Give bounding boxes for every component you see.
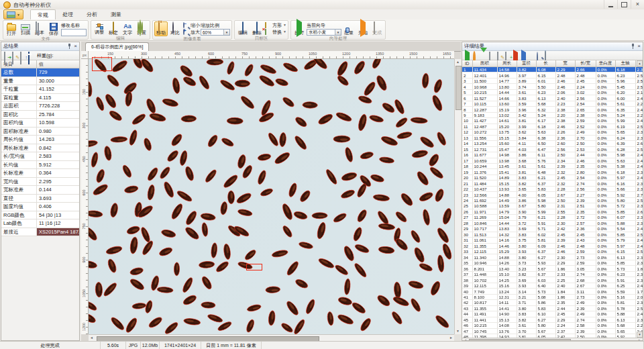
detail-row[interactable]: 1512.73115.474.036.472.562.530.0%6.282.5… [462, 146, 643, 152]
column-header[interactable]: 周长 [497, 60, 517, 67]
ribbon-tab[interactable]: 测量 [104, 9, 128, 19]
contrast-button[interactable]: 对比 [168, 21, 182, 36]
detail-row[interactable]: 212.40114.963.976.152.482.480.0%6.232.53… [462, 72, 643, 78]
stats-row[interactable]: 圆度均值0.406 [1, 203, 79, 211]
zoom-in-button[interactable]: 放大 [182, 29, 200, 35]
detail-row[interactable]: 812.28715.193.966.322.382.650.0%6.352.46… [462, 107, 643, 112]
maximize-button[interactable] [617, 0, 631, 9]
scan-button[interactable]: 扫描 [19, 21, 32, 36]
close-icon[interactable]: × [637, 44, 641, 49]
stats-row[interactable]: 长/宽均值2.583 [1, 152, 79, 161]
run-button[interactable]: 执行 [292, 21, 306, 36]
detail-row[interactable]: 4210.81714.113.715.862.352.490.0%5.812.3… [462, 300, 643, 305]
adjust-button[interactable]: 调整 [93, 21, 106, 36]
detail-row[interactable]: 1210.27213.753.625.632.262.490.0%5.652.3… [462, 130, 643, 135]
detail-row[interactable]: 3312.11515.293.936.372.462.590.0%6.152.5… [462, 249, 643, 254]
close-button[interactable]: × [631, 0, 644, 9]
detail-row[interactable]: 2711.26915.043.796.212.282.720.0%6.072.3… [462, 215, 643, 220]
detail-row[interactable]: 3912.11515.163.936.402.402.670.0%6.252.4… [462, 283, 643, 288]
detail-row[interactable]: 3711.44815.103.826.372.332.740.0%6.232.3… [462, 271, 643, 277]
detail-row[interactable]: 3011.51314.323.836.022.452.450.0%5.852.5… [462, 232, 643, 237]
save-result-icon[interactable]: ↑ [20, 52, 21, 64]
stats-row[interactable]: 重量30.000 [1, 77, 79, 86]
finish-button[interactable]: 完成 [370, 21, 384, 36]
report-icon[interactable] [28, 52, 30, 64]
app-menu-button[interactable]: ▼ [3, 9, 23, 19]
settings-button[interactable]: 设置 [135, 21, 148, 36]
detail-row[interactable]: 311.50014.773.896.012.462.450.0%5.962.54… [462, 78, 643, 83]
ribbon-tab[interactable]: 常规 [30, 9, 56, 19]
column-header[interactable]: 宽 [555, 60, 575, 67]
ribbon-tab[interactable]: 分析 [80, 9, 104, 19]
text-button[interactable]: Aa文字 [121, 21, 134, 36]
detail-row[interactable]: 2510.58813.593.675.802.312.510.0%5.722.3… [462, 203, 643, 209]
stats-row[interactable]: 宽标准差0.144 [1, 186, 79, 195]
stats-row[interactable]: 总面积7726.228 [1, 102, 79, 111]
detail-row[interactable]: 3810.70214.253.696.032.252.680.0%5.912.3… [462, 277, 643, 283]
stats-row[interactable]: 长标准差0.364 [1, 169, 79, 178]
table-scroll-up[interactable]: ▲ [637, 60, 643, 66]
detail-row[interactable]: 3411.34014.883.806.272.302.730.0%6.132.3… [462, 254, 643, 260]
detail-row[interactable]: 111.43414.583.826.082.292.660.0%6.182.36… [462, 67, 643, 72]
detail-row[interactable]: 2611.97114.793.905.992.552.350.0%5.852.6… [462, 209, 643, 214]
wizard-select[interactable]: 水稻小麦▼ [307, 29, 341, 36]
column-header[interactable]: 面积 [472, 60, 497, 67]
detail-row[interactable]: 1710.65913.983.685.762.342.460.0%5.632.4… [462, 158, 643, 163]
copy-button[interactable]: 副本 [33, 21, 46, 36]
detail-row[interactable]: 2111.48415.153.826.372.322.740.0%6.162.3… [462, 181, 643, 186]
edit-result-icon[interactable]: ✎ [12, 52, 13, 64]
column-header[interactable]: 垩白度 [596, 60, 615, 67]
stats-row[interactable]: 长均值5.912 [1, 161, 79, 170]
detail-row[interactable]: 407.74913.243.145.731.843.110.0%5.591.76… [462, 289, 643, 294]
target-edit-button[interactable]: 编辑 [236, 21, 250, 36]
detail-row[interactable]: 2312.56614.884.006.052.672.270.0%5.922.7… [462, 192, 643, 197]
stats-row[interactable]: 百粒重4.115 [1, 94, 79, 103]
stats-row[interactable]: 直径3.693 [1, 195, 79, 203]
ribbon-tab[interactable]: 处理 [56, 9, 80, 19]
close-icon[interactable]: × [74, 44, 77, 49]
stats-row[interactable]: RGB颜色54 |30 |13 [1, 211, 79, 220]
export-result-icon[interactable]: ➔ [4, 52, 5, 64]
pin-icon[interactable] [631, 44, 635, 49]
detail-row[interactable]: 4311.35514.413.805.832.442.390.0%5.782.5… [462, 305, 643, 311]
scroll-right-icon[interactable]: ► [448, 335, 454, 341]
detail-row[interactable]: 4411.49114.903.836.102.452.490.0%5.882.4… [462, 311, 643, 317]
detail-row[interactable]: 1011.42714.613.816.172.382.590.0%5.992.4… [462, 118, 643, 123]
stats-row[interactable]: 面积标准差0.980 [1, 128, 79, 136]
stats-row[interactable]: 千粒重41.152 [1, 85, 79, 94]
detail-row[interactable]: 2210.43713.933.655.832.282.560.0%5.662.3… [462, 186, 643, 191]
detail-row[interactable]: 2910.71713.833.695.712.422.360.0%5.542.4… [462, 226, 643, 232]
batch-button[interactable]: 3批量 [342, 21, 356, 36]
detail-row[interactable]: 1611.67714.983.866.112.502.440.0%5.982.4… [462, 152, 643, 158]
scroll-down-icon[interactable]: ▼ [455, 328, 461, 334]
detail-row[interactable]: 1413.25415.604.116.502.602.500.0%6.392.6… [462, 141, 643, 146]
detail-row[interactable]: 3510.94614.263.735.932.292.590.0%5.852.3… [462, 260, 643, 265]
vertical-scroll-thumb[interactable] [455, 66, 462, 110]
minimize-button[interactable] [604, 0, 617, 9]
square-shape-button[interactable]: 方形▼ [264, 22, 286, 28]
column-header[interactable]: 直径 [517, 60, 536, 67]
detail-row[interactable]: 4511.44115.133.826.272.292.740.0%6.132.3… [462, 317, 643, 322]
start-button[interactable]: 开始 [356, 21, 370, 36]
column-header[interactable]: 主轴 [615, 60, 635, 67]
target-delete-button[interactable]: 删除 [250, 21, 264, 36]
stats-row[interactable]: 总数729 [1, 68, 79, 77]
detail-row[interactable]: 99.18313.023.425.242.202.380.0%5.242.232… [462, 112, 643, 117]
rename-input[interactable] [61, 29, 87, 36]
scroll-up-icon[interactable]: ▲ [455, 59, 461, 65]
stats-row[interactable]: 面积均值10.598 [1, 119, 79, 128]
detail-row[interactable]: 710.11513.603.595.682.232.540.0%5.612.29… [462, 101, 643, 106]
detail-row[interactable]: 1112.48715.203.996.182.462.520.0%6.192.5… [462, 123, 643, 129]
stats-row[interactable]: 宽均值2.295 [1, 178, 79, 187]
detail-row[interactable]: 1311.55615.153.846.382.362.700.0%6.242.3… [462, 135, 643, 140]
detail-row[interactable]: 2011.52014.893.836.212.452.540.0%5.972.4… [462, 174, 643, 180]
zoom-ratio-select[interactable]: 60%▼ [201, 29, 230, 36]
horizontal-scrollbar[interactable]: ◄ ► [89, 334, 454, 341]
specimen-image-canvas[interactable] [89, 59, 454, 334]
table-scroll-down[interactable]: ▼ [637, 332, 643, 338]
detail-row[interactable]: 368.20113.403.235.671.863.050.0%5.731.82… [462, 266, 643, 271]
calibrate-button[interactable]: 标定 [107, 21, 120, 36]
detail-row[interactable]: 510.21514.443.616.232.063.020.0%6.202.10… [462, 89, 643, 95]
detail-row[interactable]: 2411.69214.493.865.982.502.390.0%5.802.5… [462, 197, 643, 203]
column-header[interactable]: 长 [536, 60, 555, 67]
